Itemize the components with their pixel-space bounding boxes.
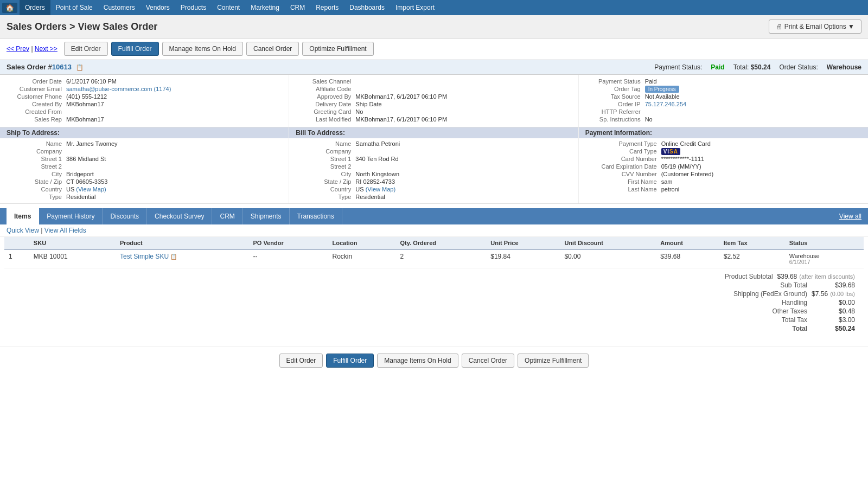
row-po-vendor: --	[248, 249, 328, 268]
order-number-link[interactable]: 10613	[52, 63, 72, 71]
product-subtotal-row: Product Subtotal $39.68(after item disco…	[675, 273, 855, 280]
nav-crm[interactable]: CRM	[285, 0, 310, 15]
table-row: 1 MKB 10001 Test Simple SKU 📋 -- Rockin …	[4, 249, 864, 268]
col-num	[4, 237, 29, 249]
product-link[interactable]: Test Simple SKU	[120, 253, 169, 260]
totals-section: Product Subtotal $39.68(after item disco…	[0, 268, 868, 338]
nav-customers[interactable]: Customers	[98, 0, 141, 15]
payment-status-value: Paid	[711, 63, 724, 71]
nav-content[interactable]: Content	[212, 0, 245, 15]
col-status: Status	[785, 237, 864, 249]
row-product: Test Simple SKU 📋	[116, 249, 248, 268]
nav-reports[interactable]: Reports	[310, 0, 344, 15]
manage-items-on-hold-button[interactable]: Manage Items On Hold	[162, 42, 243, 56]
tab-checkout-survey[interactable]: Checkout Survey	[147, 208, 212, 224]
col-product: Product	[116, 237, 248, 249]
col-unit-discount: Unit Discount	[560, 237, 656, 249]
order-info-right: Payment StatusPaid Order TagIn Progress …	[579, 75, 868, 127]
quick-view-link[interactable]: Quick View	[7, 227, 39, 234]
row-amount: $39.68	[656, 249, 719, 268]
bill-to-section: Bill To Address: NameSamatha Petroni Com…	[289, 127, 578, 203]
tab-transactions[interactable]: Transactions	[290, 208, 342, 224]
print-email-button[interactable]: 🖨 Print & Email Options ▼	[769, 20, 861, 34]
row-sku: MKB 10001	[29, 249, 116, 268]
view-all-link[interactable]: View all	[839, 213, 861, 220]
col-location: Location	[328, 237, 396, 249]
order-ip-link[interactable]: 75.127.246.254	[645, 101, 686, 107]
order-header: Sales Order #10613 📋 Payment Status: Pai…	[0, 60, 868, 75]
nav-orders[interactable]: Orders	[20, 0, 50, 15]
bottom-edit-order-button[interactable]: Edit Order	[279, 354, 323, 368]
tab-crm[interactable]: CRM	[212, 208, 242, 224]
payment-info-section: Payment Information: Payment TypeOnline …	[579, 127, 868, 203]
next-link[interactable]: Next >>	[35, 45, 58, 53]
nav-marketing[interactable]: Marketing	[245, 0, 285, 15]
order-status-label: Order Status:	[779, 63, 818, 71]
optimize-fulfillment-button[interactable]: Optimize Fulfillment	[302, 42, 373, 56]
order-tag-badge: In Progress	[645, 86, 679, 93]
view-all-fields-link[interactable]: View All Fields	[44, 227, 86, 234]
action-buttons: Edit Order Fulfill Order Manage Items On…	[64, 42, 374, 56]
nav-dashboards[interactable]: Dashboards	[344, 0, 390, 15]
handling-row: Handling $0.00	[710, 299, 855, 306]
tab-items[interactable]: Items	[7, 208, 39, 224]
order-info-middle: Sales Channel Affiliate Code Approved By…	[289, 75, 578, 127]
tabs-row: Items Payment History Discounts Checkout…	[0, 208, 868, 224]
shipping-row: Shipping (FedEx Ground) $7.56(0.00 lbs)	[710, 290, 855, 298]
page-title: Sales Orders > View Sales Order	[7, 21, 157, 33]
customer-email-count-link[interactable]: (1174)	[154, 86, 171, 92]
bottom-optimize-fulfillment-button[interactable]: Optimize Fulfillment	[518, 354, 589, 368]
total-tax-row: Total Tax $3.00	[710, 316, 855, 324]
other-taxes-row: Other Taxes $0.48	[710, 307, 855, 315]
payment-status-label: Payment Status:	[654, 63, 702, 71]
top-navigation: 🏠 Orders Point of Sale Customers Vendors…	[0, 0, 868, 15]
nav-products[interactable]: Products	[175, 0, 212, 15]
col-amount: Amount	[656, 237, 719, 249]
row-location: Rockin	[328, 249, 396, 268]
header-bar: Sales Orders > View Sales Order 🖨 Print …	[0, 15, 868, 38]
bottom-fulfill-order-button[interactable]: Fulfill Order	[326, 354, 374, 368]
items-table: SKU Product PO Vendor Location Qty. Orde…	[4, 237, 864, 268]
tab-shipments[interactable]: Shipments	[243, 208, 290, 224]
fulfill-order-button[interactable]: Fulfill Order	[111, 42, 159, 56]
order-details-section: Order Date6/1/2017 06:10 PM Customer Ema…	[0, 75, 868, 127]
bottom-action-row: Edit Order Fulfill Order Manage Items On…	[0, 346, 868, 374]
ship-to-header: Ship To Address:	[0, 127, 289, 138]
bill-to-header: Bill To Address:	[289, 127, 578, 138]
bottom-cancel-order-button[interactable]: Cancel Order	[462, 354, 514, 368]
visa-logo: VISA	[661, 148, 680, 155]
total-label: Total: $50.24	[733, 63, 771, 71]
tab-payment-history[interactable]: Payment History	[39, 208, 103, 224]
cancel-order-button[interactable]: Cancel Order	[246, 42, 299, 56]
subtotal-row: Sub Total $39.68	[710, 281, 855, 289]
row-status: Warehouse 6/1/2017	[785, 249, 864, 268]
edit-order-button[interactable]: Edit Order	[64, 42, 108, 56]
bill-to-map-link[interactable]: (View Map)	[366, 186, 395, 192]
nav-import-export[interactable]: Import Export	[390, 0, 440, 15]
row-unit-discount: $0.00	[560, 249, 656, 268]
order-info-left: Order Date6/1/2017 06:10 PM Customer Ema…	[0, 75, 289, 127]
nav-point-of-sale[interactable]: Point of Sale	[50, 0, 98, 15]
col-sku: SKU	[29, 237, 116, 249]
customer-email-link[interactable]: samatha@pulse-commerce.com	[66, 86, 152, 92]
bottom-manage-items-on-hold-button[interactable]: Manage Items On Hold	[377, 354, 458, 368]
prev-link[interactable]: << Prev	[7, 45, 29, 53]
payment-info-header: Payment Information:	[579, 127, 868, 138]
total-row: Total $50.24	[710, 325, 855, 332]
breadcrumb-nav: << Prev | Next >>	[7, 45, 58, 53]
row-qty: 2	[396, 249, 487, 268]
ship-to-map-link[interactable]: (View Map)	[76, 186, 106, 192]
table-header-row: SKU Product PO Vendor Location Qty. Orde…	[4, 237, 864, 249]
action-row: << Prev | Next >> Edit Order Fulfill Ord…	[0, 38, 868, 60]
address-payment-section: Ship To Address: NameMr. James Twomey Co…	[0, 127, 868, 204]
row-item-tax: $2.52	[719, 249, 785, 268]
order-status-value: Warehouse	[827, 63, 861, 71]
col-po-vendor: PO Vendor	[248, 237, 328, 249]
tab-discounts[interactable]: Discounts	[103, 208, 147, 224]
home-icon[interactable]: 🏠	[2, 3, 17, 13]
order-number: Sales Order #10613 📋	[7, 63, 84, 71]
nav-vendors[interactable]: Vendors	[141, 0, 175, 15]
row-num: 1	[4, 249, 29, 268]
items-table-container: SKU Product PO Vendor Location Qty. Orde…	[0, 237, 868, 268]
ship-to-section: Ship To Address: NameMr. James Twomey Co…	[0, 127, 289, 203]
